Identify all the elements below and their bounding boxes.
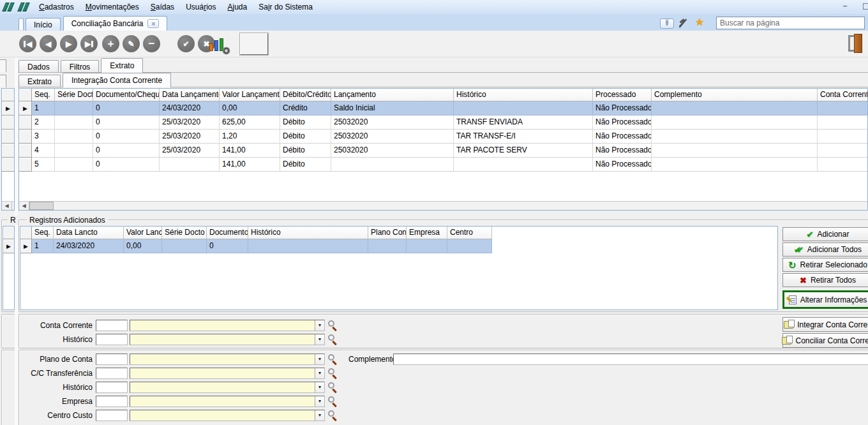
search-magnifier-icon[interactable] [327,334,338,345]
grid-cell[interactable]: 25032020 [331,130,454,144]
column-header[interactable]: Valor Lancto [124,227,162,239]
retirar-todos-button[interactable]: ✖ Retirar Todos [782,273,868,287]
cc-transferencia-code-input[interactable] [96,368,128,379]
chart-config-button[interactable] [208,34,228,54]
prior-record-button[interactable]: ◀ [40,35,57,52]
exit-button[interactable] [848,34,864,53]
plano-de-conta-code-input[interactable] [96,354,128,365]
menu-item[interactable]: Saídas [145,1,180,13]
grid-cell[interactable]: 25032020 [331,144,454,158]
grid-cell[interactable] [818,144,868,158]
dropdown-arrow-icon[interactable]: ▾ [315,410,324,421]
minimize-button[interactable]: – [839,2,851,11]
conta-corrente-combo[interactable]: ▾ [130,320,325,331]
column-header[interactable]: Documento [207,227,248,239]
search-magnifier-icon[interactable] [327,410,338,421]
grid-cell[interactable]: TAR PACOTE SERV [454,144,593,158]
grid-cell[interactable] [331,158,454,172]
grid-cell[interactable]: 24/03/2020 [54,239,124,253]
grid-cell[interactable] [55,158,93,172]
grid-cell[interactable] [407,239,447,253]
grid-cell[interactable]: 0,00 [124,239,162,253]
column-header[interactable]: Processado [593,89,652,101]
column-header[interactable]: Seq. [32,89,55,101]
insert-record-button[interactable]: + [102,35,119,52]
scroll-left-arrow-icon[interactable]: ◀ [19,202,29,210]
grid-cell[interactable] [248,239,368,253]
column-header[interactable]: Lançamento [331,89,454,101]
historico2-combo[interactable]: ▾ [130,382,325,393]
grid-cell[interactable]: Débito [280,116,331,130]
grid-cell[interactable] [368,239,407,253]
dropdown-arrow-icon[interactable]: ▾ [315,396,324,406]
centro-custo-combo[interactable]: ▾ [130,410,325,421]
integrar-conta-corrente-button[interactable]: Integrar Conta Corren [782,317,868,332]
grid-cell[interactable]: TRANSF ENVIADA [454,116,593,130]
scrollbar-thumb[interactable] [29,202,54,210]
grid-cell[interactable]: 0 [93,158,160,172]
delete-record-button[interactable]: − [143,35,160,52]
menu-item[interactable]: Sair do Sistema [253,1,318,13]
grid-cell[interactable]: 1,20 [220,130,280,144]
grid-row[interactable]: 2025/03/2020625,00Débito25032020TRANSF E… [19,116,867,130]
grid-cell[interactable]: 25/03/2020 [160,116,220,130]
grid-cell[interactable]: 1 [32,239,54,253]
grid-cell[interactable]: 0 [93,130,160,144]
column-header[interactable]: Conta Corrente [818,89,868,101]
conciliar-conta-corrente-button[interactable]: Conciliar Conta Corren [782,333,868,348]
grid-cell[interactable] [818,158,868,172]
tab-list-chevron-button[interactable]: ∨ ∨ [660,19,674,29]
last-record-button[interactable]: ▶ [80,35,98,52]
column-header[interactable]: Valor Lançamento [220,89,280,101]
grid-row[interactable]: 3025/03/20201,20Débito25032020TAR TRANSF… [19,130,867,144]
grid-cell[interactable]: Débito [280,144,331,158]
grid-cell[interactable]: 141,00 [220,144,280,158]
grid-cell[interactable]: Não Processado [593,101,652,116]
grid-cell[interactable]: 625,00 [220,116,280,130]
grid-cell[interactable]: 24/03/2020 [160,101,220,116]
column-header[interactable]: Histórico [454,89,593,101]
grid-cell[interactable] [447,239,492,253]
menu-item[interactable]: Ajuda [221,1,253,13]
column-header[interactable]: Histórico [248,227,368,239]
grid-cell[interactable]: 0,00 [220,101,280,116]
grid-cell[interactable]: Não Processado [593,158,652,172]
grid-cell[interactable] [818,116,868,130]
favorites-star-icon[interactable]: ★ [695,16,704,28]
grid-cell[interactable]: Crédito [280,101,331,116]
column-header[interactable]: Empresa [407,227,447,239]
next-record-button[interactable]: ▶ [60,35,77,52]
column-header[interactable]: Seq. [32,227,54,239]
grid-cell[interactable]: 5 [32,158,55,172]
dropdown-arrow-icon[interactable]: ▾ [315,334,324,345]
close-tab-icon[interactable]: × [147,19,159,28]
empresa-combo[interactable]: ▾ [130,396,325,407]
confirm-button[interactable]: ✔ [177,35,195,52]
grid-cell[interactable]: 141,00 [220,158,280,172]
edit-record-button[interactable]: ✎ [123,35,140,52]
restore-button-fragment[interactable] [863,3,868,10]
grid-cell[interactable] [454,158,593,172]
grid-cell[interactable]: TAR TRANSF-E/I [454,130,593,144]
grid-cell[interactable] [818,101,868,116]
unpin-icon[interactable] [677,17,689,29]
grid-cell[interactable] [652,130,818,144]
tab-filtros[interactable]: Filtros [61,60,100,73]
search-magnifier-icon[interactable] [327,320,338,331]
grid-cell[interactable] [55,130,93,144]
grid-cell[interactable]: Não Processado [593,144,652,158]
grid-row[interactable]: ▶1024/03/20200,00CréditoSaldo InicialNão… [19,101,867,116]
page-tab[interactable]: Conciliação Bancária× [63,16,168,31]
grid-cell[interactable]: Débito [280,130,331,144]
adicionar-button[interactable]: ✔ Adicionar [782,227,868,241]
extrato-hscrollbar[interactable]: ◀ [19,201,867,210]
column-header[interactable]: Série Docto [55,89,93,101]
historico-code-input[interactable] [96,334,128,345]
grid-row[interactable]: ▶124/03/20200,000 [20,239,777,253]
grid-cell[interactable]: 25032020 [331,116,454,130]
grid-cell[interactable] [454,101,593,116]
column-header[interactable]: Plano Conta [368,227,407,239]
column-header[interactable]: Data Lançamento [160,89,220,101]
grid-cell[interactable]: 25/03/2020 [160,144,220,158]
grid-cell[interactable]: 0 [93,144,160,158]
